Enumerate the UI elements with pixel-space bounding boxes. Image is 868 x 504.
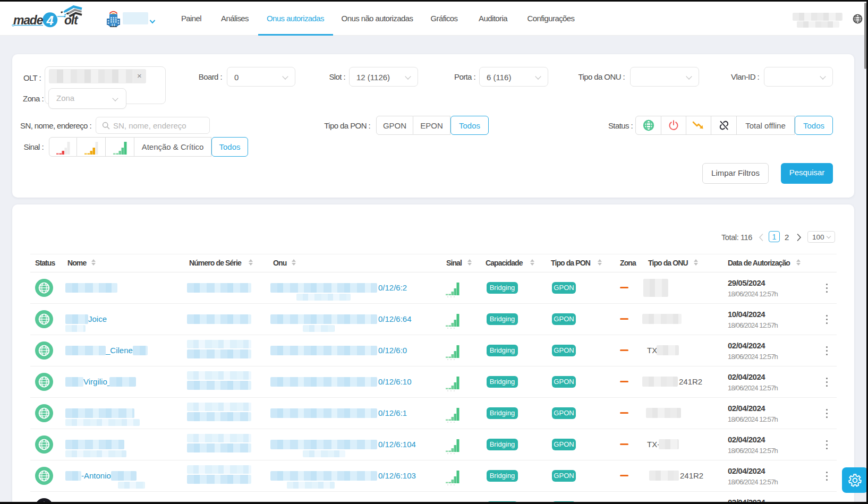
svg-text:4: 4	[46, 13, 54, 28]
svg-text:made: made	[13, 13, 44, 27]
